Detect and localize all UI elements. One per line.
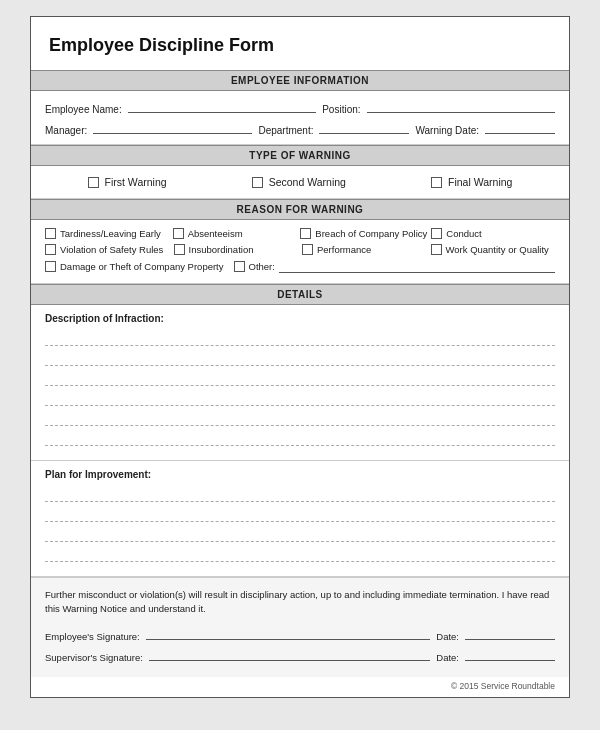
employee-name-field[interactable] xyxy=(128,99,316,113)
reason-row-3: Damage or Theft of Company Property Othe… xyxy=(45,260,555,273)
conduct-label: Conduct xyxy=(446,228,481,239)
position-label: Position: xyxy=(322,104,360,115)
infraction-section: Description of Infraction: xyxy=(31,305,569,461)
infraction-line-1[interactable] xyxy=(45,330,555,346)
damage-option[interactable]: Damage or Theft of Company Property xyxy=(45,261,224,272)
manager-field[interactable] xyxy=(93,120,252,134)
second-warning-label: Second Warning xyxy=(269,176,346,188)
absenteeism-checkbox[interactable] xyxy=(173,228,184,239)
employee-name-label: Employee Name: xyxy=(45,104,122,115)
date-label-1: Date: xyxy=(436,631,459,642)
safety-checkbox[interactable] xyxy=(45,244,56,255)
absenteeism-option[interactable]: Absenteeism xyxy=(173,228,297,239)
infraction-line-4[interactable] xyxy=(45,390,555,406)
footer-text-content: Further misconduct or violation(s) will … xyxy=(45,589,549,614)
improvement-line-3[interactable] xyxy=(45,526,555,542)
infraction-label: Description of Infraction: xyxy=(45,313,555,324)
manager-dept-row: Manager: Department: Warning Date: xyxy=(45,120,555,136)
conduct-option[interactable]: Conduct xyxy=(431,228,555,239)
department-field[interactable] xyxy=(319,120,409,134)
details-header: DETAILS xyxy=(31,284,569,305)
date-field-2[interactable] xyxy=(465,648,555,661)
work-quantity-option[interactable]: Work Quantity or Quality xyxy=(431,244,556,255)
reason-section: Tardiness/Leaving Early Absenteeism Brea… xyxy=(31,220,569,284)
manager-label: Manager: xyxy=(45,125,87,136)
improvement-section: Plan for Improvement: xyxy=(31,461,569,577)
first-warning-option[interactable]: First Warning xyxy=(88,176,167,188)
damage-checkbox[interactable] xyxy=(45,261,56,272)
improvement-line-2[interactable] xyxy=(45,506,555,522)
type-of-warning-header: TYPE OF WARNING xyxy=(31,145,569,166)
final-warning-label: Final Warning xyxy=(448,176,512,188)
improvement-line-1[interactable] xyxy=(45,486,555,502)
employee-info-header: EMPLOYEE INFORMATION xyxy=(31,70,569,91)
footer-notice: Further misconduct or violation(s) will … xyxy=(45,588,555,617)
first-warning-checkbox[interactable] xyxy=(88,177,99,188)
conduct-checkbox[interactable] xyxy=(431,228,442,239)
improvement-label: Plan for Improvement: xyxy=(45,469,555,480)
form-container: Employee Discipline Form EMPLOYEE INFORM… xyxy=(30,16,570,698)
breach-checkbox[interactable] xyxy=(300,228,311,239)
name-position-row: Employee Name: Position: xyxy=(45,99,555,115)
infraction-line-3[interactable] xyxy=(45,370,555,386)
employee-sig-label: Employee's Signature: xyxy=(45,631,140,642)
employee-sig-field[interactable] xyxy=(146,627,431,640)
infraction-line-5[interactable] xyxy=(45,410,555,426)
supervisor-sig-label: Supervisor's Signature: xyxy=(45,652,143,663)
date-field-1[interactable] xyxy=(465,627,555,640)
supervisor-sig-row: Supervisor's Signature: Date: xyxy=(45,648,555,663)
tardiness-checkbox[interactable] xyxy=(45,228,56,239)
performance-checkbox[interactable] xyxy=(302,244,313,255)
safety-option[interactable]: Violation of Safety Rules xyxy=(45,244,170,255)
breach-label: Breach of Company Policy xyxy=(315,228,427,239)
tardiness-label: Tardiness/Leaving Early xyxy=(60,228,161,239)
work-quantity-label: Work Quantity or Quality xyxy=(446,244,549,255)
insubordination-option[interactable]: Insubordination xyxy=(174,244,299,255)
copyright-text: © 2015 Service Roundtable xyxy=(31,677,569,697)
damage-label: Damage or Theft of Company Property xyxy=(60,261,224,272)
supervisor-sig-field[interactable] xyxy=(149,648,430,661)
reason-row-1: Tardiness/Leaving Early Absenteeism Brea… xyxy=(45,228,555,239)
other-option[interactable]: Other: xyxy=(234,260,555,273)
absenteeism-label: Absenteeism xyxy=(188,228,243,239)
warning-date-label: Warning Date: xyxy=(415,125,479,136)
warning-date-field[interactable] xyxy=(485,120,555,134)
infraction-line-2[interactable] xyxy=(45,350,555,366)
safety-label: Violation of Safety Rules xyxy=(60,244,163,255)
breach-option[interactable]: Breach of Company Policy xyxy=(300,228,427,239)
second-warning-option[interactable]: Second Warning xyxy=(252,176,346,188)
work-quantity-checkbox[interactable] xyxy=(431,244,442,255)
other-label: Other: xyxy=(249,261,275,272)
reason-row-2: Violation of Safety Rules Insubordinatio… xyxy=(45,244,555,255)
employee-info-section: Employee Name: Position: Manager: Depart… xyxy=(31,91,569,145)
tardiness-option[interactable]: Tardiness/Leaving Early xyxy=(45,228,169,239)
second-warning-checkbox[interactable] xyxy=(252,177,263,188)
performance-option[interactable]: Performance xyxy=(302,244,427,255)
insubordination-label: Insubordination xyxy=(189,244,254,255)
reason-header: REASON FOR WARNING xyxy=(31,199,569,220)
other-checkbox[interactable] xyxy=(234,261,245,272)
warning-type-section: First Warning Second Warning Final Warni… xyxy=(31,166,569,199)
department-label: Department: xyxy=(258,125,313,136)
footer-section: Further misconduct or violation(s) will … xyxy=(31,577,569,677)
position-field[interactable] xyxy=(367,99,555,113)
employee-sig-row: Employee's Signature: Date: xyxy=(45,627,555,642)
date-label-2: Date: xyxy=(436,652,459,663)
infraction-line-6[interactable] xyxy=(45,430,555,446)
other-field[interactable] xyxy=(279,260,555,273)
final-warning-option[interactable]: Final Warning xyxy=(431,176,512,188)
form-title: Employee Discipline Form xyxy=(31,17,569,70)
improvement-line-4[interactable] xyxy=(45,546,555,562)
performance-label: Performance xyxy=(317,244,371,255)
first-warning-label: First Warning xyxy=(105,176,167,188)
final-warning-checkbox[interactable] xyxy=(431,177,442,188)
insubordination-checkbox[interactable] xyxy=(174,244,185,255)
